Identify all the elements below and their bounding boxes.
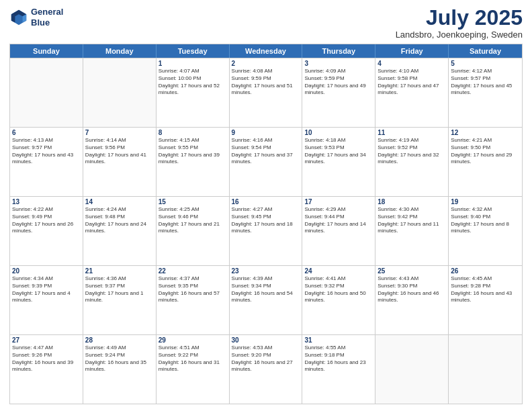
cell-details: Sunrise: 4:12 AM Sunset: 9:57 PM Dayligh… <box>451 68 520 97</box>
calendar-cell: 13Sunrise: 4:22 AM Sunset: 9:49 PM Dayli… <box>10 197 83 265</box>
day-number: 29 <box>159 336 227 344</box>
day-number: 18 <box>378 198 446 205</box>
header-day-monday: Monday <box>83 44 157 58</box>
cell-details: Sunrise: 4:13 AM Sunset: 9:57 PM Dayligh… <box>12 137 81 166</box>
day-number: 13 <box>12 198 81 205</box>
header: General Blue July 2025 Landsbro, Joenkoe… <box>9 7 523 40</box>
day-number: 30 <box>232 336 300 344</box>
calendar-cell: 3Sunrise: 4:09 AM Sunset: 9:59 PM Daylig… <box>302 58 375 127</box>
cell-details: Sunrise: 4:51 AM Sunset: 9:22 PM Dayligh… <box>159 345 227 373</box>
day-number: 5 <box>451 60 520 67</box>
cell-details: Sunrise: 4:43 AM Sunset: 9:30 PM Dayligh… <box>378 275 446 304</box>
cell-details: Sunrise: 4:30 AM Sunset: 9:42 PM Dayligh… <box>378 206 446 235</box>
calendar-cell: 10Sunrise: 4:18 AM Sunset: 9:53 PM Dayli… <box>302 128 375 196</box>
cell-details: Sunrise: 4:41 AM Sunset: 9:32 PM Dayligh… <box>304 275 373 304</box>
calendar-cell <box>449 335 522 404</box>
cell-details: Sunrise: 4:25 AM Sunset: 9:46 PM Dayligh… <box>159 206 227 235</box>
day-number: 26 <box>451 267 520 275</box>
logo-icon <box>9 8 28 27</box>
cell-details: Sunrise: 4:08 AM Sunset: 9:59 PM Dayligh… <box>232 68 300 97</box>
header-day-tuesday: Tuesday <box>157 44 230 58</box>
header-day-wednesday: Wednesday <box>230 44 303 58</box>
calendar-cell: 23Sunrise: 4:39 AM Sunset: 9:34 PM Dayli… <box>230 266 303 334</box>
cell-details: Sunrise: 4:55 AM Sunset: 9:18 PM Dayligh… <box>304 345 373 373</box>
day-number: 17 <box>304 198 373 205</box>
calendar-row-4: 27Sunrise: 4:47 AM Sunset: 9:26 PM Dayli… <box>10 334 522 404</box>
cell-details: Sunrise: 4:19 AM Sunset: 9:52 PM Dayligh… <box>378 137 446 166</box>
calendar-cell: 12Sunrise: 4:21 AM Sunset: 9:50 PM Dayli… <box>449 128 522 196</box>
cell-details: Sunrise: 4:18 AM Sunset: 9:53 PM Dayligh… <box>304 137 373 166</box>
calendar-cell: 7Sunrise: 4:14 AM Sunset: 9:56 PM Daylig… <box>83 128 157 196</box>
header-day-sunday: Sunday <box>10 44 83 58</box>
title-block: July 2025 Landsbro, Joenkoeping, Sweden <box>396 7 523 40</box>
day-number: 8 <box>159 129 227 136</box>
cell-details: Sunrise: 4:34 AM Sunset: 9:39 PM Dayligh… <box>12 275 81 304</box>
day-number: 10 <box>304 129 373 136</box>
calendar-row-3: 20Sunrise: 4:34 AM Sunset: 9:39 PM Dayli… <box>10 265 522 334</box>
day-number: 9 <box>232 129 300 136</box>
day-number: 14 <box>85 198 154 205</box>
day-number: 31 <box>304 336 373 344</box>
calendar-cell <box>83 58 157 127</box>
calendar-body: 1Sunrise: 4:07 AM Sunset: 10:00 PM Dayli… <box>10 58 522 404</box>
cell-details: Sunrise: 4:32 AM Sunset: 9:40 PM Dayligh… <box>451 206 520 235</box>
day-number: 19 <box>451 198 520 205</box>
day-number: 1 <box>159 60 227 67</box>
day-number: 3 <box>304 60 373 67</box>
logo: General Blue <box>9 7 63 28</box>
day-number: 6 <box>12 129 81 136</box>
calendar: SundayMondayTuesdayWednesdayThursdayFrid… <box>9 44 523 404</box>
location-subtitle: Landsbro, Joenkoeping, Sweden <box>396 30 523 40</box>
calendar-cell <box>10 58 83 127</box>
calendar-cell: 20Sunrise: 4:34 AM Sunset: 9:39 PM Dayli… <box>10 266 83 334</box>
day-number: 2 <box>232 60 300 67</box>
cell-details: Sunrise: 4:15 AM Sunset: 9:55 PM Dayligh… <box>159 137 227 166</box>
day-number: 22 <box>159 267 227 275</box>
calendar-cell: 18Sunrise: 4:30 AM Sunset: 9:42 PM Dayli… <box>375 197 449 265</box>
calendar-row-2: 13Sunrise: 4:22 AM Sunset: 9:49 PM Dayli… <box>10 196 522 265</box>
calendar-cell: 31Sunrise: 4:55 AM Sunset: 9:18 PM Dayli… <box>302 335 375 404</box>
day-number: 24 <box>304 267 373 275</box>
cell-details: Sunrise: 4:53 AM Sunset: 9:20 PM Dayligh… <box>232 345 300 373</box>
calendar-cell: 6Sunrise: 4:13 AM Sunset: 9:57 PM Daylig… <box>10 128 83 196</box>
calendar-cell: 8Sunrise: 4:15 AM Sunset: 9:55 PM Daylig… <box>157 128 230 196</box>
cell-details: Sunrise: 4:29 AM Sunset: 9:44 PM Dayligh… <box>304 206 373 235</box>
calendar-cell: 4Sunrise: 4:10 AM Sunset: 9:58 PM Daylig… <box>375 58 449 127</box>
calendar-cell: 29Sunrise: 4:51 AM Sunset: 9:22 PM Dayli… <box>157 335 230 404</box>
cell-details: Sunrise: 4:47 AM Sunset: 9:26 PM Dayligh… <box>12 345 81 373</box>
calendar-cell: 5Sunrise: 4:12 AM Sunset: 9:57 PM Daylig… <box>449 58 522 127</box>
day-number: 21 <box>85 267 154 275</box>
cell-details: Sunrise: 4:14 AM Sunset: 9:56 PM Dayligh… <box>85 137 154 166</box>
calendar-cell: 28Sunrise: 4:49 AM Sunset: 9:24 PM Dayli… <box>83 335 157 404</box>
calendar-cell: 9Sunrise: 4:16 AM Sunset: 9:54 PM Daylig… <box>230 128 303 196</box>
day-number: 12 <box>451 129 520 136</box>
cell-details: Sunrise: 4:21 AM Sunset: 9:50 PM Dayligh… <box>451 137 520 166</box>
cell-details: Sunrise: 4:09 AM Sunset: 9:59 PM Dayligh… <box>304 68 373 97</box>
calendar-cell: 19Sunrise: 4:32 AM Sunset: 9:40 PM Dayli… <box>449 197 522 265</box>
month-title: July 2025 <box>396 7 523 28</box>
calendar-row-1: 6Sunrise: 4:13 AM Sunset: 9:57 PM Daylig… <box>10 127 522 196</box>
cell-details: Sunrise: 4:39 AM Sunset: 9:34 PM Dayligh… <box>232 275 300 304</box>
day-number: 11 <box>378 129 446 136</box>
cell-details: Sunrise: 4:37 AM Sunset: 9:35 PM Dayligh… <box>159 275 227 304</box>
day-number: 28 <box>85 336 154 344</box>
cell-details: Sunrise: 4:49 AM Sunset: 9:24 PM Dayligh… <box>85 345 154 373</box>
calendar-cell: 26Sunrise: 4:45 AM Sunset: 9:28 PM Dayli… <box>449 266 522 334</box>
day-number: 7 <box>85 129 154 136</box>
day-number: 23 <box>232 267 300 275</box>
cell-details: Sunrise: 4:36 AM Sunset: 9:37 PM Dayligh… <box>85 275 154 304</box>
calendar-cell: 2Sunrise: 4:08 AM Sunset: 9:59 PM Daylig… <box>230 58 303 127</box>
calendar-cell: 17Sunrise: 4:29 AM Sunset: 9:44 PM Dayli… <box>302 197 375 265</box>
calendar-cell: 14Sunrise: 4:24 AM Sunset: 9:48 PM Dayli… <box>83 197 157 265</box>
day-number: 25 <box>378 267 446 275</box>
cell-details: Sunrise: 4:07 AM Sunset: 10:00 PM Daylig… <box>159 68 227 97</box>
day-number: 4 <box>378 60 446 67</box>
calendar-cell: 15Sunrise: 4:25 AM Sunset: 9:46 PM Dayli… <box>157 197 230 265</box>
cell-details: Sunrise: 4:10 AM Sunset: 9:58 PM Dayligh… <box>378 68 446 97</box>
calendar-cell: 24Sunrise: 4:41 AM Sunset: 9:32 PM Dayli… <box>302 266 375 334</box>
calendar-cell: 25Sunrise: 4:43 AM Sunset: 9:30 PM Dayli… <box>375 266 449 334</box>
day-number: 20 <box>12 267 81 275</box>
header-day-thursday: Thursday <box>302 44 375 58</box>
calendar-cell: 21Sunrise: 4:36 AM Sunset: 9:37 PM Dayli… <box>83 266 157 334</box>
calendar-header: SundayMondayTuesdayWednesdayThursdayFrid… <box>10 44 522 58</box>
